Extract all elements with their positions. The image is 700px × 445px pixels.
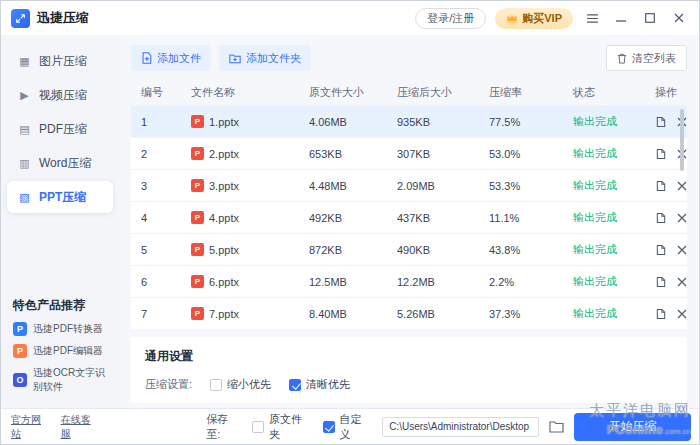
shrink-priority-option[interactable]: 缩小优先	[210, 377, 271, 392]
file-name: 3.pptx	[209, 180, 239, 192]
menu-icon[interactable]	[582, 8, 602, 28]
clarity-priority-checkbox[interactable]	[289, 379, 301, 391]
promo-item-label: 迅捷PDF转换器	[33, 322, 103, 336]
sidebar-item-image-compress[interactable]: ▦ 图片压缩	[7, 45, 113, 77]
sidebar: ▦ 图片压缩 ▶ 视频压缩 ▤ PDF压缩 ▥ Word压缩	[1, 35, 119, 408]
open-output-icon[interactable]	[655, 148, 667, 160]
add-file-button[interactable]: 添加文件	[131, 45, 211, 71]
buy-vip-button[interactable]: 购买VIP	[495, 8, 573, 29]
add-file-icon	[141, 52, 152, 64]
remove-file-icon[interactable]	[677, 277, 687, 287]
pdf-compress-icon: ▤	[18, 123, 31, 136]
sidebar-item-label: PPT压缩	[39, 189, 86, 206]
table-row[interactable]: 7 7.pptx 8.40MB 5.26MB 37.3% 输出完成	[131, 297, 687, 329]
remove-file-icon[interactable]	[677, 245, 687, 255]
sidebar-item-video-compress[interactable]: ▶ 视频压缩	[7, 79, 113, 111]
clear-list-button[interactable]: 清空列表	[606, 45, 687, 71]
custom-folder-option[interactable]: 自定义	[323, 412, 373, 442]
table-row[interactable]: 1 1.pptx 4.06MB 935KB 77.5% 输出完成	[131, 105, 687, 137]
cell-orig-size: 492KB	[299, 212, 387, 224]
remove-file-icon[interactable]	[677, 181, 687, 191]
sidebar-item-pdf-compress[interactable]: ▤ PDF压缩	[7, 113, 113, 145]
ppt-compress-icon: ▧	[18, 191, 31, 204]
remove-file-icon[interactable]	[677, 309, 687, 319]
custom-folder-checkbox[interactable]	[323, 421, 335, 433]
title-bar: 迅捷压缩 登录/注册 购买VIP	[1, 1, 699, 35]
pdf-editor-icon: P	[13, 344, 27, 358]
file-table: 编号 文件名称 原文件大小 压缩后大小 压缩率 状态 操作 1 1.pptx	[131, 79, 687, 329]
table-row[interactable]: 4 4.pptx 492KB 437KB 11.1% 输出完成	[131, 201, 687, 233]
general-settings-card: 通用设置 压缩设置: 缩小优先 清晰优先	[131, 337, 687, 403]
open-output-icon[interactable]	[655, 308, 667, 320]
cell-ops	[645, 308, 689, 320]
open-output-icon[interactable]	[655, 276, 667, 288]
sidebar-item-ppt-compress[interactable]: ▧ PPT压缩	[7, 181, 113, 213]
table-row[interactable]: 5 5.pptx 872KB 490KB 43.8% 输出完成	[131, 233, 687, 265]
promo-pdf-editor[interactable]: P 迅捷PDF编辑器	[13, 344, 109, 358]
sidebar-nav: ▦ 图片压缩 ▶ 视频压缩 ▤ PDF压缩 ▥ Word压缩	[1, 43, 119, 215]
open-output-icon[interactable]	[655, 244, 667, 256]
online-service-link[interactable]: 在线客服	[61, 413, 101, 441]
promo-pdf-converter[interactable]: P 迅捷PDF转换器	[13, 322, 109, 336]
settings-title: 通用设置	[145, 348, 673, 365]
pptx-file-icon	[191, 307, 204, 320]
col-header-ratio: 压缩率	[479, 85, 563, 100]
clarity-priority-label: 清晰优先	[306, 377, 350, 392]
pptx-file-icon	[191, 275, 204, 288]
cell-orig-size: 653KB	[299, 148, 387, 160]
open-output-icon[interactable]	[655, 212, 667, 224]
col-header-ops: 操作	[645, 85, 689, 100]
promo-list: P 迅捷PDF转换器 P 迅捷PDF编辑器 O 迅捷OCR文字识别软件	[13, 322, 109, 394]
compress-settings-label: 压缩设置:	[145, 377, 192, 392]
file-name: 4.pptx	[209, 212, 239, 224]
crown-icon	[506, 13, 518, 23]
promo-ocr[interactable]: O 迅捷OCR文字识别软件	[13, 366, 109, 394]
cell-no: 3	[131, 180, 181, 192]
cell-compressed-size: 437KB	[387, 212, 479, 224]
login-button[interactable]: 登录/注册	[415, 8, 486, 29]
close-icon[interactable]	[669, 8, 689, 28]
clarity-priority-option[interactable]: 清晰优先	[289, 377, 350, 392]
browse-folder-icon[interactable]	[549, 420, 564, 433]
cell-ratio: 43.8%	[479, 244, 563, 256]
sidebar-item-word-compress[interactable]: ▥ Word压缩	[7, 147, 113, 179]
table-row[interactable]: 6 6.pptx 12.5MB 12.2MB 2.2% 输出完成	[131, 265, 687, 297]
maximize-icon[interactable]	[640, 8, 660, 28]
remove-file-icon[interactable]	[677, 213, 687, 223]
col-header-no: 编号	[131, 85, 181, 100]
footer-bar: 官方网站 在线客服 保存至: 原文件夹 自定义 开始压缩	[1, 408, 699, 444]
add-folder-button[interactable]: 添加文件夹	[219, 45, 311, 71]
table-row[interactable]: 2 2.pptx 653KB 307KB 53.0% 输出完成	[131, 137, 687, 169]
cell-filename: 6.pptx	[181, 275, 299, 288]
ocr-icon: O	[13, 373, 27, 387]
cell-no: 4	[131, 212, 181, 224]
pptx-file-icon	[191, 211, 204, 224]
custom-folder-label: 自定义	[340, 412, 373, 442]
open-output-icon[interactable]	[655, 116, 667, 128]
file-name: 5.pptx	[209, 244, 239, 256]
pptx-file-icon	[191, 179, 204, 192]
open-output-icon[interactable]	[655, 180, 667, 192]
cell-ops	[645, 212, 689, 224]
save-path-input[interactable]	[382, 417, 539, 437]
compress-settings-row: 压缩设置: 缩小优先 清晰优先	[145, 377, 673, 392]
brand: 迅捷压缩	[11, 9, 89, 28]
cell-ops	[645, 276, 689, 288]
original-folder-checkbox[interactable]	[252, 421, 264, 433]
shrink-priority-checkbox[interactable]	[210, 379, 222, 391]
table-row[interactable]: 3 3.pptx 4.48MB 2.09MB 53.3% 输出完成	[131, 169, 687, 201]
app-window: 迅捷压缩 登录/注册 购买VIP ▦ 图片压缩 ▶	[0, 0, 700, 445]
original-folder-option[interactable]: 原文件夹	[252, 412, 312, 442]
cell-orig-size: 4.06MB	[299, 116, 387, 128]
start-compress-button[interactable]: 开始压缩	[574, 413, 691, 441]
save-to-label: 保存至:	[206, 412, 242, 442]
cell-status: 输出完成	[563, 114, 645, 129]
official-site-link[interactable]: 官方网站	[11, 413, 51, 441]
sidebar-item-label: Word压缩	[39, 155, 91, 172]
promo-item-label: 迅捷OCR文字识别软件	[33, 366, 109, 394]
minimize-icon[interactable]	[611, 8, 631, 28]
cell-filename: 5.pptx	[181, 243, 299, 256]
table-scrollbar[interactable]	[680, 109, 684, 171]
cell-orig-size: 12.5MB	[299, 276, 387, 288]
titlebar-actions: 登录/注册 购买VIP	[415, 8, 689, 29]
